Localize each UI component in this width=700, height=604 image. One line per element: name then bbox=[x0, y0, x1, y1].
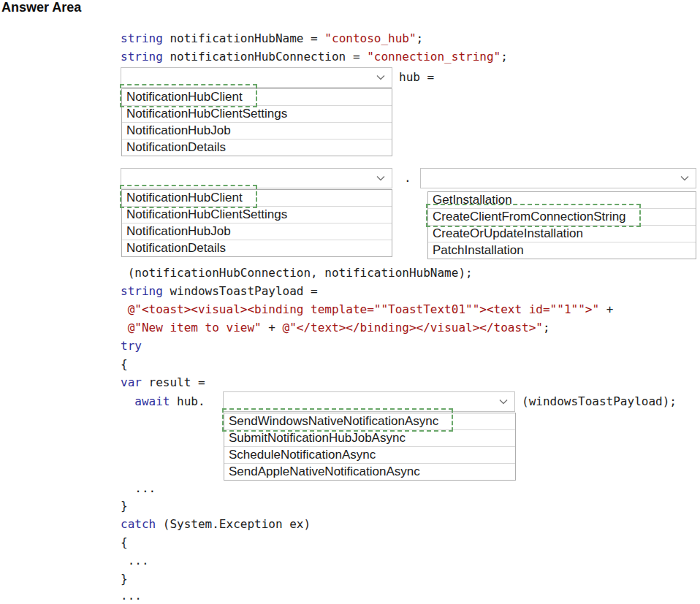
code-token: string bbox=[121, 284, 163, 298]
code-token: . bbox=[404, 171, 411, 185]
code-token: ; bbox=[416, 31, 424, 45]
option-CreateClientFromConnectionString[interactable]: CreateClientFromConnectionString bbox=[428, 209, 696, 226]
code-line-var-result: var result = bbox=[121, 373, 205, 391]
option-label: NotificationDetails bbox=[126, 240, 226, 256]
code-token: { bbox=[121, 535, 128, 549]
code-line-try: try bbox=[121, 337, 142, 355]
code-line-member-dot: . bbox=[404, 168, 411, 188]
code-token: notificationHubName = bbox=[163, 31, 325, 45]
factory-method-dropdown[interactable] bbox=[420, 168, 696, 188]
option-ScheduleNotificationAsync[interactable]: ScheduleNotificationAsync bbox=[224, 447, 515, 464]
option-NotificationHubJob[interactable]: NotificationHubJob bbox=[122, 223, 392, 240]
option-SendWindowsNativeNotificationAsync[interactable]: SendWindowsNativeNotificationAsync bbox=[224, 413, 515, 430]
code-token: notificationHubConnection = bbox=[163, 50, 367, 64]
code-token: ; bbox=[501, 50, 508, 64]
code-token: (windowsToastPayload); bbox=[522, 394, 677, 408]
option-NotificationDetails[interactable]: NotificationDetails bbox=[122, 240, 392, 256]
code-token: { bbox=[121, 357, 128, 371]
code-token: catch bbox=[121, 517, 156, 531]
code-token: (notificationHubConnection, notification… bbox=[121, 266, 473, 280]
code-token: ... bbox=[121, 554, 149, 567]
chevron-down-icon bbox=[499, 399, 508, 405]
option-SendAppleNativeNotificationAsync[interactable]: SendAppleNativeNotificationAsync bbox=[224, 464, 515, 480]
code-token: + bbox=[599, 302, 613, 316]
code-token: var bbox=[121, 375, 142, 389]
option-label: SubmitNotificationHubJobAsync bbox=[229, 430, 406, 446]
code-line-hub-connection: string notificationHubConnection = "conn… bbox=[121, 47, 508, 66]
code-token: windowsToastPayload = bbox=[163, 284, 318, 298]
code-token: "connection_string" bbox=[367, 50, 501, 64]
code-line-hub-assign: hub = bbox=[399, 67, 434, 88]
code-line-close-brace-2: } bbox=[121, 570, 128, 588]
code-token: (System.Exception ex) bbox=[156, 517, 311, 531]
code-line-toast-xml-2: @"New item to view" + @"</text></binding… bbox=[121, 318, 550, 337]
option-label: ScheduleNotificationAsync bbox=[229, 447, 376, 463]
answer-area-title: Answer Area bbox=[1, 0, 81, 15]
option-label: NotificationHubJob bbox=[126, 223, 231, 240]
code-token: string bbox=[121, 50, 163, 64]
factory-method-options: GetInstallationCreateClientFromConnectio… bbox=[427, 191, 696, 259]
chevron-down-icon bbox=[376, 175, 385, 181]
code-token: } bbox=[121, 499, 128, 513]
option-label: NotificationHubClient bbox=[126, 89, 243, 105]
code-line-close-brace-1: } bbox=[121, 497, 128, 515]
code-line-payload-decl: string windowsToastPayload = bbox=[121, 282, 318, 300]
code-token bbox=[121, 394, 134, 408]
code-token: result = bbox=[142, 375, 205, 389]
code-line-toast-xml-1: @"<toast><visual><binding template=""Toa… bbox=[121, 300, 613, 318]
code-token: try bbox=[121, 339, 142, 353]
option-label: CreateOrUpdateInstallation bbox=[433, 226, 583, 242]
code-token: } bbox=[121, 572, 128, 586]
code-line-open-brace: { bbox=[121, 355, 128, 373]
code-line-hub-name: string notificationHubName = "contoso_hu… bbox=[121, 29, 423, 47]
send-method-options: SendWindowsNativeNotificationAsyncSubmit… bbox=[224, 413, 516, 481]
option-label: PatchInstallation bbox=[433, 242, 524, 259]
code-line-ellipsis-2: ... bbox=[121, 551, 149, 570]
chevron-down-icon bbox=[680, 175, 689, 181]
option-label: NotificationHubJob bbox=[126, 123, 231, 139]
option-NotificationHubJob[interactable]: NotificationHubJob bbox=[122, 123, 392, 139]
code-token: string bbox=[121, 31, 163, 45]
option-label: NotificationHubClient bbox=[126, 190, 243, 206]
send-method-dropdown[interactable] bbox=[223, 391, 515, 412]
code-token: @"New item to view" bbox=[128, 321, 262, 335]
option-NotificationHubClient[interactable]: NotificationHubClient bbox=[122, 89, 392, 106]
option-SubmitNotificationHubJobAsync[interactable]: SubmitNotificationHubJobAsync bbox=[224, 430, 515, 447]
option-label: NotificationHubClientSettings bbox=[126, 106, 287, 122]
code-line-catch: catch (System.Exception ex) bbox=[121, 515, 311, 533]
code-token: "contoso_hub" bbox=[324, 31, 416, 45]
code-token: @"</text></binding></visual></toast>" bbox=[283, 321, 543, 335]
option-CreateOrUpdateInstallation[interactable]: CreateOrUpdateInstallation bbox=[428, 226, 696, 242]
hub-type-dropdown[interactable] bbox=[121, 67, 392, 88]
option-NotificationHubClient[interactable]: NotificationHubClient bbox=[122, 190, 392, 207]
option-label: NotificationHubClientSettings bbox=[126, 207, 287, 223]
code-token bbox=[121, 321, 128, 335]
code-token: hub. bbox=[170, 394, 205, 408]
hub-type-options: NotificationHubClientNotificationHubClie… bbox=[121, 88, 392, 156]
option-label: CreateClientFromConnectionString bbox=[433, 209, 626, 225]
code-line-ellipsis-1: ... bbox=[121, 479, 156, 497]
option-label: SendWindowsNativeNotificationAsync bbox=[229, 413, 438, 429]
option-NotificationHubClientSettings[interactable]: NotificationHubClientSettings bbox=[122, 207, 392, 223]
option-GetInstallation[interactable]: GetInstallation bbox=[428, 192, 696, 209]
code-token: hub = bbox=[399, 70, 434, 84]
option-NotificationDetails[interactable]: NotificationDetails bbox=[122, 139, 392, 156]
code-token: + bbox=[262, 321, 283, 335]
chevron-down-icon bbox=[376, 74, 385, 80]
client-class-dropdown[interactable] bbox=[121, 168, 392, 188]
code-line-await-hub: await hub. bbox=[121, 392, 205, 410]
code-line-ellipsis-3: ... bbox=[121, 586, 142, 604]
client-class-options: NotificationHubClientNotificationHubClie… bbox=[121, 189, 392, 257]
option-NotificationHubClientSettings[interactable]: NotificationHubClientSettings bbox=[122, 106, 392, 123]
code-token bbox=[121, 302, 128, 316]
code-line-open-brace-2: { bbox=[121, 533, 128, 551]
code-token: await bbox=[134, 394, 170, 408]
option-PatchInstallation[interactable]: PatchInstallation bbox=[428, 242, 696, 259]
code-token: ... bbox=[121, 481, 156, 495]
option-label: NotificationDetails bbox=[126, 139, 226, 156]
code-line-ctor-args: (notificationHubConnection, notification… bbox=[121, 264, 473, 282]
code-token: @"<toast><visual><binding template=""Toa… bbox=[128, 302, 599, 316]
code-token: ; bbox=[543, 321, 550, 335]
option-label: SendAppleNativeNotificationAsync bbox=[229, 464, 420, 480]
option-label: GetInstallation bbox=[433, 192, 512, 208]
